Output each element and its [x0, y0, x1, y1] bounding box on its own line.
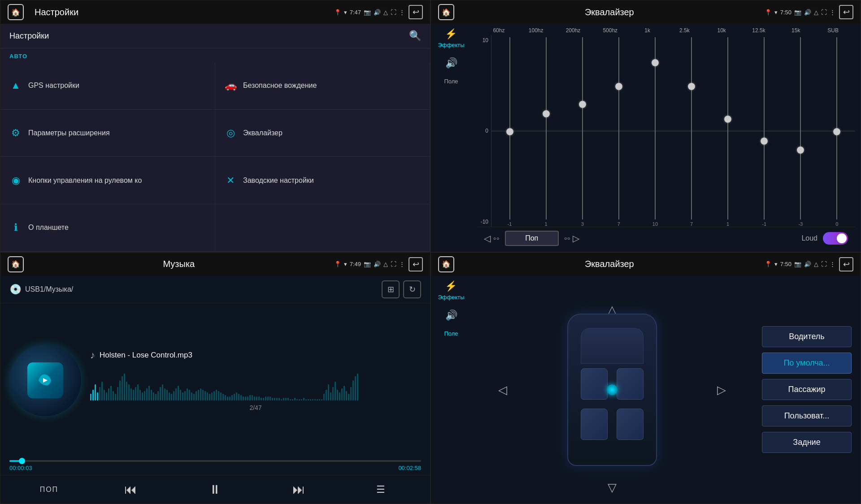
- back-button-1[interactable]: ↩: [409, 5, 423, 19]
- preset-rear-btn[interactable]: Задние: [762, 432, 852, 453]
- eq-preset-button[interactable]: Поп: [505, 231, 559, 246]
- eq-band-5[interactable]: 7: [673, 35, 709, 227]
- eq-track-6: [727, 37, 728, 220]
- eq-main-top: 60hz 100hz 200hz 500hz 1k 2.5k 10k 12.5k…: [471, 24, 861, 252]
- eq-band-2[interactable]: 3: [564, 35, 600, 227]
- fullscreen-icon-4: ⛶: [821, 261, 827, 267]
- grid-view-btn[interactable]: ⊞: [382, 280, 400, 298]
- eq-effects-btn[interactable]: ⚡ Эффекты: [438, 28, 464, 48]
- back-button-4[interactable]: ↩: [839, 257, 853, 271]
- play-pause-button[interactable]: ⏸: [203, 479, 226, 500]
- eq-handle-7[interactable]: [761, 138, 768, 145]
- car-body: [567, 314, 657, 466]
- eq-handle-0[interactable]: [506, 128, 513, 135]
- waveform-bar: [166, 390, 168, 401]
- eq-band-6[interactable]: 1: [710, 35, 746, 227]
- eq-track-9: [836, 37, 837, 220]
- settings-gps[interactable]: ▲ GPS настройки: [0, 62, 215, 110]
- waveform-bar: [101, 382, 103, 401]
- eq2-preset-buttons: Водитель По умолча... Пассажир Пользоват…: [753, 276, 861, 504]
- eq-handle-6[interactable]: [724, 116, 731, 123]
- focus-point: [607, 384, 617, 395]
- settings-eq[interactable]: ◎ Эквалайзер: [215, 110, 430, 157]
- waveform-bar: [193, 394, 195, 401]
- home-button-3[interactable]: 🏠: [8, 256, 24, 272]
- waveform-bar: [319, 399, 320, 401]
- loud-toggle[interactable]: [823, 232, 848, 245]
- eq-val-6: 1: [726, 221, 729, 227]
- eq2-field-btn[interactable]: Поле: [444, 330, 458, 337]
- loop-btn[interactable]: ↻: [403, 280, 421, 298]
- settings-steering[interactable]: ◉ Кнопки управления на рулевом ко: [0, 157, 215, 204]
- time-2: 7:50: [780, 9, 791, 16]
- waveform-bar: [126, 382, 127, 401]
- waveform-bar: [278, 398, 280, 401]
- waveform-bar: [355, 376, 356, 401]
- preset-default-btn[interactable]: По умолча...: [762, 353, 852, 374]
- back-button-3[interactable]: ↩: [409, 257, 423, 271]
- search-icon[interactable]: 🔍: [409, 30, 421, 42]
- eq-volume-btn[interactable]: 🔊: [445, 57, 457, 69]
- eq-handle-5[interactable]: [688, 83, 695, 90]
- eq-prev-btn[interactable]: ◁ ◦◦: [484, 233, 500, 244]
- prev-button[interactable]: ⏮: [119, 479, 142, 500]
- waveform-bar: [323, 394, 325, 401]
- music-counter: 2/47: [90, 404, 421, 411]
- scale-minus10: -10: [477, 219, 491, 225]
- preset-driver-btn[interactable]: Водитель: [762, 326, 852, 347]
- settings-safe-driving[interactable]: 🚗 Безопасное вождение: [215, 62, 430, 110]
- waveform-bar: [173, 391, 174, 401]
- eq2-volume-btn[interactable]: 🔊: [445, 310, 457, 321]
- waveform-bar: [218, 391, 219, 401]
- home-button-4[interactable]: 🏠: [438, 256, 454, 272]
- freq-10k: 10k: [710, 27, 733, 34]
- eq-band-1[interactable]: 1: [528, 35, 564, 227]
- mode-label[interactable]: ПОП: [40, 486, 58, 494]
- eq-band-0[interactable]: -1: [491, 35, 528, 227]
- eq-band-4[interactable]: 10: [637, 35, 673, 227]
- car-arrow-left[interactable]: ◁: [498, 383, 507, 396]
- field-label: Поле: [444, 78, 458, 85]
- status-bar-4: 🏠 Эквалайзер 📍 ▾ 7:50 📷 🔊 △ ⛶ ⋮ ↩: [431, 253, 861, 276]
- home-button-1[interactable]: 🏠: [8, 4, 24, 20]
- music-progress-bar[interactable]: [9, 460, 421, 462]
- waveform-bar: [240, 395, 242, 401]
- waveform-bar: [144, 391, 145, 401]
- eq-band-7[interactable]: -1: [746, 35, 783, 227]
- settings-factory[interactable]: ✕ Заводские настройки: [215, 157, 430, 204]
- settings-params[interactable]: ⚙ Параметры расширения: [0, 110, 215, 157]
- volume-sidebar-icon: 🔊: [445, 57, 457, 69]
- eq-handle-8[interactable]: [797, 146, 804, 154]
- eq-handle-3[interactable]: [615, 83, 622, 90]
- car-arrow-down[interactable]: ▽: [608, 481, 617, 495]
- eq-next-btn[interactable]: ◦◦ ▷: [564, 233, 580, 244]
- eq-field-btn[interactable]: Поле: [444, 78, 458, 85]
- playlist-button[interactable]: ☰: [371, 481, 391, 498]
- eq-handle-2[interactable]: [579, 101, 586, 108]
- music-note-icon: ♪: [90, 349, 95, 361]
- eq-handle-4[interactable]: [652, 59, 659, 66]
- eq-band-8[interactable]: -3: [783, 35, 819, 227]
- fullscreen-icon-2: ⛶: [821, 9, 827, 16]
- waveform-bar: [328, 384, 329, 401]
- freq-200hz: 200hz: [562, 27, 584, 34]
- waveform-bar: [274, 398, 275, 401]
- next-button[interactable]: ⏭: [287, 479, 310, 500]
- home-button-2[interactable]: 🏠: [438, 4, 454, 20]
- eq-band-9[interactable]: 0: [819, 35, 855, 227]
- settings-about[interactable]: ℹ О планшете: [0, 204, 215, 252]
- volume-icon: 🔊: [374, 9, 381, 16]
- back-button-2[interactable]: ↩: [839, 5, 853, 19]
- eq2-content: ⚡ Эффекты 🔊 Поле △: [431, 276, 861, 504]
- preset-passenger-btn[interactable]: Пассажир: [762, 379, 852, 400]
- waveform-bar: [139, 390, 141, 401]
- eq-band-3[interactable]: 7: [600, 35, 637, 227]
- eq-handle-1[interactable]: [543, 110, 550, 117]
- location-icon: 📍: [334, 9, 341, 16]
- seat-front-right: [617, 368, 644, 400]
- car-arrow-right[interactable]: ▷: [717, 383, 726, 396]
- preset-custom-btn[interactable]: Пользоват...: [762, 405, 852, 426]
- about-label: О планшете: [28, 224, 69, 232]
- eq2-effects-btn[interactable]: ⚡ Эффекты: [438, 280, 464, 301]
- eq-handle-9[interactable]: [833, 128, 840, 135]
